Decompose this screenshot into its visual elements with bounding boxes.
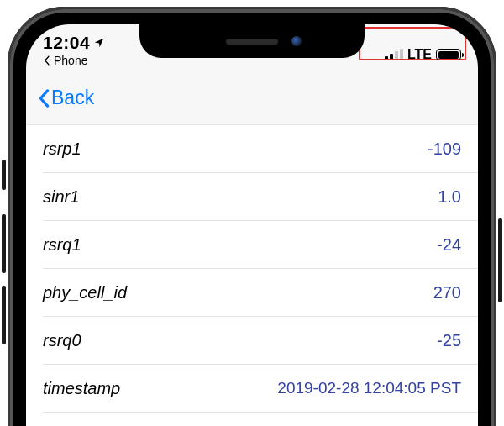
- battery-fill: [438, 51, 459, 59]
- row-key: phy_cell_id: [43, 283, 127, 302]
- row-value: -109: [428, 139, 461, 159]
- back-label: Back: [51, 87, 94, 109]
- metrics-list: rsrp1 -109 sinr1 1.0 rsrq1 -24 phy_cell_…: [26, 124, 478, 426]
- list-item[interactable]: sinr0 1.5: [43, 413, 478, 426]
- status-right: LTE: [352, 24, 461, 73]
- mute-switch[interactable]: [2, 160, 6, 190]
- breadcrumb-label: Phone: [54, 54, 87, 67]
- time-label: 12:04: [43, 33, 90, 53]
- row-value: -24: [437, 235, 461, 255]
- network-type-label: LTE: [407, 47, 432, 62]
- battery-icon: [436, 49, 461, 60]
- chevron-left-icon: [43, 53, 50, 68]
- row-key: timestamp: [43, 379, 120, 398]
- nav-bar: Back: [26, 73, 478, 124]
- cellular-signal-icon: [385, 49, 403, 60]
- row-value: 1.0: [438, 187, 461, 207]
- location-arrow-icon: [93, 33, 105, 53]
- row-key: rsrq0: [43, 331, 81, 350]
- phone-frame: 12:04 Phone LTE: [8, 7, 496, 426]
- volume-up-button[interactable]: [2, 214, 6, 273]
- screen: 12:04 Phone LTE: [26, 24, 478, 426]
- row-key: rsrp1: [43, 139, 81, 159]
- list-item[interactable]: rsrq1 -24: [43, 221, 478, 269]
- list-item[interactable]: rsrq0 -25: [43, 317, 478, 365]
- row-value: 270: [433, 283, 461, 302]
- breadcrumb[interactable]: Phone: [43, 53, 152, 68]
- list-item[interactable]: phy_cell_id 270: [43, 269, 478, 317]
- volume-down-button[interactable]: [2, 286, 6, 344]
- status-left: 12:04 Phone: [43, 24, 152, 73]
- back-button[interactable]: Back: [38, 87, 94, 109]
- clock: 12:04: [43, 33, 152, 53]
- row-value: -25: [437, 331, 461, 350]
- front-camera: [291, 36, 302, 46]
- list-item[interactable]: timestamp 2019-02-28 12:04:05 PST: [43, 365, 478, 413]
- notch: [139, 24, 365, 58]
- row-key: rsrq1: [43, 235, 81, 255]
- list-item[interactable]: rsrp1 -109: [43, 125, 478, 173]
- speaker-grille: [226, 39, 278, 45]
- row-key: sinr1: [43, 187, 79, 207]
- row-value: 2019-02-28 12:04:05 PST: [277, 379, 461, 397]
- power-button[interactable]: [498, 218, 502, 302]
- list-item[interactable]: sinr1 1.0: [43, 173, 478, 221]
- chevron-left-icon: [38, 89, 50, 108]
